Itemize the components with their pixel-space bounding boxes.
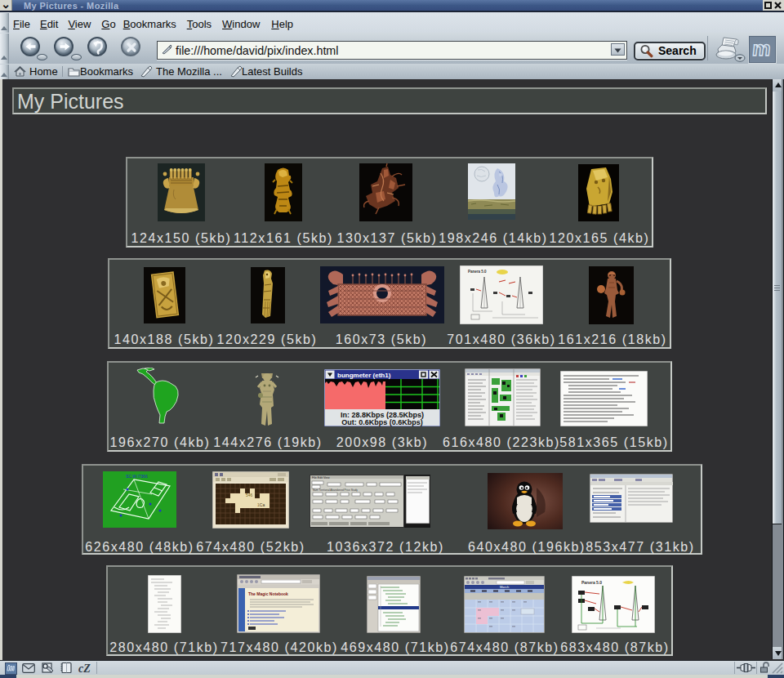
svg-text:bungmeter (eth1): bungmeter (eth1) [337, 372, 391, 379]
svg-text:Num Territorial Abandone: Num Territorial Abandoned Price Study [313, 488, 358, 492]
svg-text:Panera 5.0: Panera 5.0 [468, 270, 487, 274]
svg-text:File Edit View: File Edit View [312, 476, 330, 480]
svg-text:In: 28.8Kbps (28.5Kbps): In: 28.8Kbps (28.5Kbps) [341, 411, 424, 419]
svg-text:546: 546 [246, 493, 253, 497]
svg-text:Out: 0.6Kbps (0.6Kbps): Out: 0.6Kbps (0.6Kbps) [341, 418, 423, 426]
svg-text:The Magic Notebook: The Magic Notebook [248, 591, 288, 596]
svg-text:m: m [751, 38, 772, 60]
svg-text:SC.W.I7366: SC.W.I7366 [126, 474, 148, 479]
svg-text:1Ca: 1Ca [257, 502, 265, 507]
svg-text:cZ: cZ [78, 662, 91, 673]
svg-text:March: March [500, 585, 509, 589]
svg-text:Panera 5.0: Panera 5.0 [581, 580, 602, 585]
